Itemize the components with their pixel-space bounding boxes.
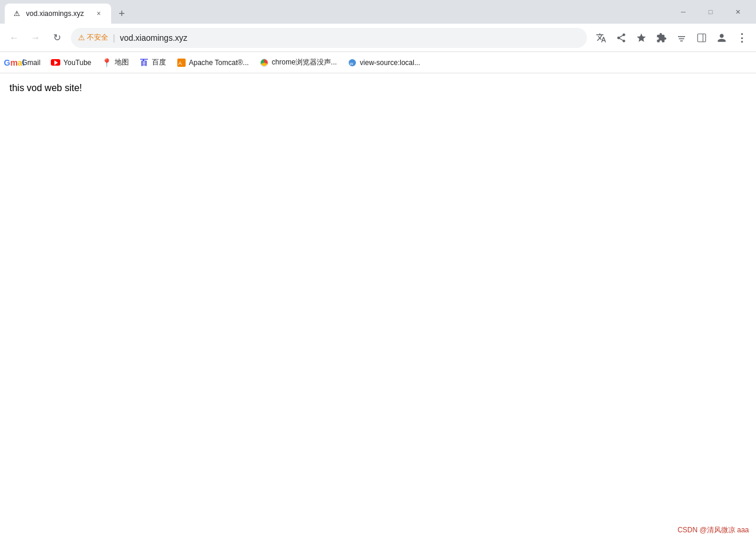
bookmark-tomcat-label: Apache Tomcat®... <box>189 59 249 67</box>
more-options-button[interactable]: ⋮ <box>732 28 751 47</box>
close-button[interactable]: ✕ <box>724 4 751 20</box>
security-text: 不安全 <box>87 33 108 43</box>
tab-favicon: ⚠ <box>12 9 21 18</box>
svg-rect-0 <box>697 34 706 42</box>
minimize-button[interactable]: ─ <box>670 4 697 20</box>
bookmark-maps-label: 地图 <box>115 57 129 67</box>
bookmark-maps[interactable]: 📍 地图 <box>98 55 134 70</box>
refresh-button[interactable]: ↻ <box>47 28 66 47</box>
active-tab[interactable]: ⚠ vod.xiaomings.xyz × <box>5 4 111 24</box>
profile-button[interactable] <box>712 28 731 47</box>
svg-text:w: w <box>349 60 353 66</box>
bookmark-star-button[interactable] <box>632 28 651 47</box>
share-button[interactable] <box>612 28 631 47</box>
bookmark-chrome-sound-label: chrome浏览器没声... <box>272 57 337 67</box>
extensions-button[interactable] <box>652 28 671 47</box>
maps-favicon: 📍 <box>102 58 112 67</box>
svg-text:A: A <box>178 60 181 66</box>
gmail-favicon: Gmai <box>9 58 19 67</box>
back-button[interactable]: ← <box>5 28 24 47</box>
bookmark-gmail[interactable]: Gmai Gmail <box>5 56 45 70</box>
youtube-favicon <box>51 58 60 67</box>
bookmark-tomcat[interactable]: A Apache Tomcat®... <box>172 56 254 70</box>
tab-search-button[interactable] <box>672 28 691 47</box>
bookmark-baidu-label: 百度 <box>152 57 166 67</box>
nav-right-icons: ⋮ <box>592 28 751 47</box>
bookmark-baidu[interactable]: 百 百度 <box>135 55 171 70</box>
bookmark-youtube[interactable]: YouTube <box>46 56 96 70</box>
maximize-button[interactable]: □ <box>697 4 724 20</box>
tab-area: ⚠ vod.xiaomings.xyz × + <box>0 4 665 24</box>
security-divider: | <box>113 33 115 43</box>
new-tab-button[interactable]: + <box>113 5 130 22</box>
navbar: ← → ↻ ⚠ 不安全 | <box>0 24 756 52</box>
window-controls: ─ □ ✕ <box>665 4 756 24</box>
page-content: this vod web site! <box>0 73 756 540</box>
page-body-text: this vod web site! <box>9 83 747 93</box>
warning-icon: ⚠ <box>78 33 85 42</box>
bookmark-chrome-sound[interactable]: chrome浏览器没声... <box>255 55 342 70</box>
chrome-sound-favicon <box>259 58 269 67</box>
tab-title: vod.xiaomings.xyz <box>26 9 89 18</box>
bookmark-view-source-label: view-source:local... <box>360 59 420 67</box>
translate-button[interactable] <box>592 28 611 47</box>
bookmark-youtube-label: YouTube <box>63 59 91 67</box>
tab-close-button[interactable]: × <box>93 8 104 19</box>
baidu-favicon: 百 <box>139 58 149 67</box>
browser-window: ⚠ vod.xiaomings.xyz × + ─ □ ✕ ← → ↻ ⚠ 不安… <box>0 0 756 540</box>
titlebar: ⚠ vod.xiaomings.xyz × + ─ □ ✕ <box>0 0 756 24</box>
side-panel-button[interactable] <box>692 28 711 47</box>
address-bar[interactable]: ⚠ 不安全 | <box>71 28 587 48</box>
watermark: CSDN @清风微凉 aaa <box>677 525 749 535</box>
view-source-favicon: w <box>348 58 357 67</box>
tomcat-favicon: A <box>177 58 186 67</box>
forward-button[interactable]: → <box>26 28 45 47</box>
address-input[interactable] <box>120 33 580 43</box>
bookmark-view-source[interactable]: w view-source:local... <box>343 56 425 70</box>
security-indicator[interactable]: ⚠ 不安全 <box>78 33 108 43</box>
bookmarks-bar: Gmai Gmail YouTube 📍 地图 百 百度 <box>0 52 756 73</box>
bookmark-gmail-label: Gmail <box>22 59 40 67</box>
